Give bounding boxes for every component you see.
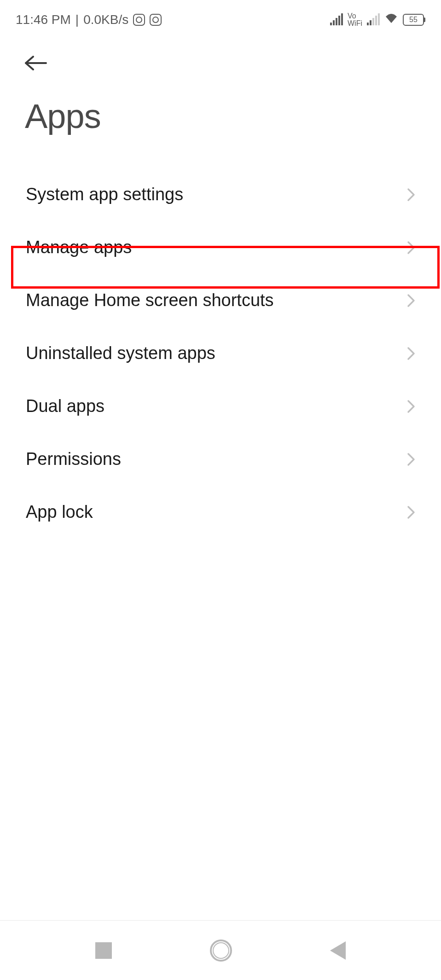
list-item-dual-apps[interactable]: Dual apps	[0, 380, 441, 433]
wifi-icon	[384, 12, 398, 27]
header: Apps	[0, 29, 441, 136]
battery-icon: 55	[403, 14, 425, 26]
chevron-right-icon	[407, 188, 415, 202]
list-item-system-app-settings[interactable]: System app settings	[0, 168, 441, 221]
status-data-speed: 0.0KB/s	[83, 12, 128, 27]
list-item-uninstalled-system-apps[interactable]: Uninstalled system apps	[0, 327, 441, 380]
status-bar: 11:46 PM | 0.0KB/s Vo WiFi 55	[0, 0, 441, 29]
list-item-manage-home-screen-shortcuts[interactable]: Manage Home screen shortcuts	[0, 274, 441, 327]
settings-list: System app settings Manage apps Manage H…	[0, 168, 441, 539]
list-item-manage-apps[interactable]: Manage apps	[0, 221, 441, 274]
list-item-label: App lock	[26, 502, 93, 522]
list-item-label: Uninstalled system apps	[26, 343, 215, 363]
signal-icon-weak	[367, 14, 380, 25]
chevron-right-icon	[407, 347, 415, 360]
recent-apps-button[interactable]	[95, 942, 112, 959]
navigation-bar	[0, 920, 441, 980]
status-left: 11:46 PM | 0.0KB/s	[16, 12, 162, 27]
status-right: Vo WiFi 55	[330, 12, 425, 27]
list-item-permissions[interactable]: Permissions	[0, 433, 441, 486]
status-separator: |	[75, 12, 79, 27]
vowifi-icon: Vo WiFi	[348, 12, 362, 27]
list-item-label: Manage Home screen shortcuts	[26, 290, 274, 310]
list-item-label: Manage apps	[26, 238, 132, 257]
chevron-right-icon	[407, 294, 415, 307]
chevron-right-icon	[407, 505, 415, 519]
list-item-label: Permissions	[26, 449, 121, 469]
list-item-app-lock[interactable]: App lock	[0, 486, 441, 539]
list-item-label: System app settings	[26, 185, 183, 204]
instagram-icon	[150, 14, 162, 26]
chevron-right-icon	[407, 452, 415, 466]
page-title: Apps	[25, 97, 416, 136]
signal-icon	[330, 14, 343, 25]
vowifi-top: Vo	[348, 12, 362, 20]
chevron-right-icon	[407, 400, 415, 413]
back-button[interactable]	[25, 52, 48, 75]
back-nav-button[interactable]	[330, 941, 346, 960]
status-time: 11:46 PM	[16, 12, 71, 27]
chevron-right-icon	[407, 241, 415, 255]
list-item-label: Dual apps	[26, 396, 104, 416]
battery-level: 55	[403, 14, 424, 26]
arrow-left-icon	[25, 55, 47, 71]
vowifi-bottom: WiFi	[348, 20, 362, 27]
instagram-icon	[133, 14, 145, 26]
home-button[interactable]	[210, 939, 232, 962]
